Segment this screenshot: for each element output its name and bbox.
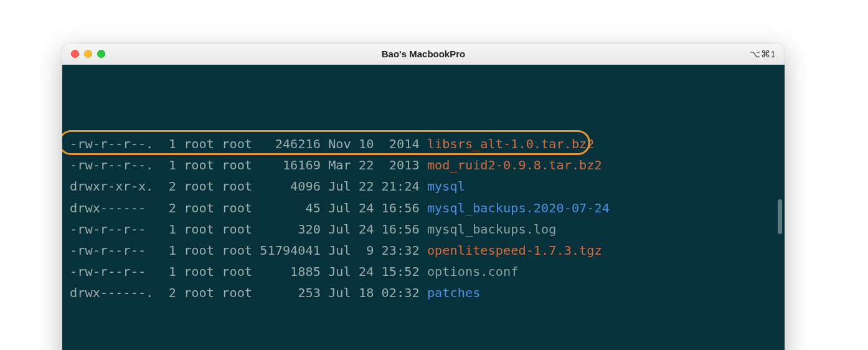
close-icon[interactable] [71,50,79,58]
file-name: mysql_backups.2020-07-24 [427,201,610,215]
ls-row: -rw-r--r-- 1 root root 51794041 Jul 9 23… [70,240,777,261]
ls-row: -rw-r--r--. 1 root root 246216 Nov 10 20… [70,133,777,154]
ls-row: drwxr-xr-x. 2 root root 4096 Jul 22 21:2… [70,176,777,197]
ls-row: drwx------. 2 root root 253 Jul 18 02:32… [70,282,777,303]
file-name: mysql_backups.log [427,222,557,237]
zoom-icon[interactable] [97,50,105,58]
file-name: openlitespeed-1.7.3.tgz [427,243,602,258]
ls-row: -rw-r--r-- 1 root root 320 Jul 24 16:56 … [70,219,777,240]
ls-row: -rw-r--r--. 1 root root 16169 Mar 22 201… [70,154,777,176]
titlebar: Bao's MacbookPro ⌥⌘1 [62,44,785,65]
terminal-window: Bao's MacbookPro ⌥⌘1 -rw-r--r--. 1 root … [62,44,785,350]
file-name: libsrs_alt-1.0.tar.bz2 [427,136,595,151]
file-name: patches [427,285,480,300]
window-title: Bao's MacbookPro [62,49,785,59]
file-name: options.conf [427,264,519,279]
file-name: mod_ruid2-0.9.8.tar.bz2 [427,158,602,173]
file-name: mysql [427,179,465,194]
ls-row: -rw-r--r-- 1 root root 1885 Jul 24 15:52… [70,261,777,282]
terminal-output[interactable]: -rw-r--r--. 1 root root 246216 Nov 10 20… [62,65,785,350]
minimize-icon[interactable] [84,50,92,58]
scrollbar[interactable] [778,199,783,234]
traffic-lights [71,50,105,58]
window-shortcut: ⌥⌘1 [750,49,776,60]
ls-row: drwx------ 2 root root 45 Jul 24 16:56 m… [70,197,777,219]
